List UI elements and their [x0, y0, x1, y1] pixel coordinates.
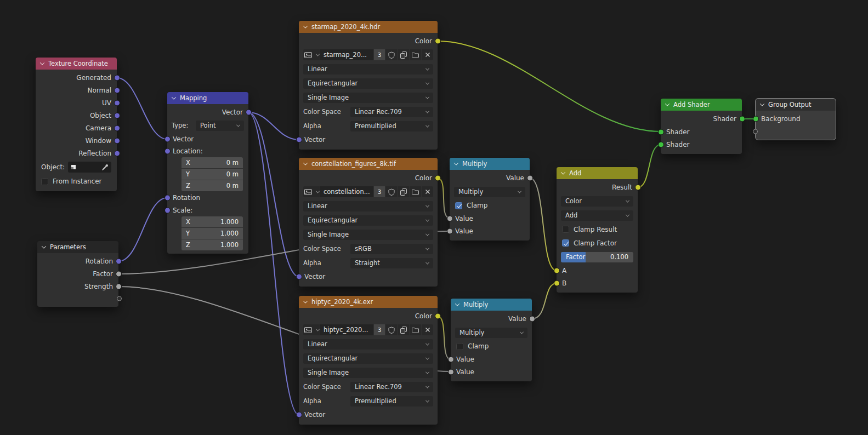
- location-input-socket[interactable]: [164, 148, 171, 154]
- image-browse-button[interactable]: [303, 324, 320, 335]
- mapping-type-dropdown[interactable]: Point: [196, 121, 244, 131]
- interpolation-dropdown[interactable]: Linear: [303, 201, 433, 211]
- node-multiply-math-top[interactable]: Multiply Value Multiply Clamp Value Valu…: [450, 158, 530, 241]
- value-input-socket-2[interactable]: [448, 369, 454, 375]
- vector-input-socket[interactable]: [164, 136, 171, 142]
- source-dropdown[interactable]: Single Image: [303, 368, 433, 378]
- data-type-dropdown[interactable]: Color: [561, 196, 633, 207]
- strength-output-socket[interactable]: [116, 283, 122, 289]
- node-constellation-environment-texture[interactable]: constellation_figures_8k.tif Color const…: [299, 158, 438, 287]
- node-multiply-math-bottom[interactable]: Multiply Value Multiply Clamp Value Valu…: [451, 299, 532, 381]
- hiptyc-header[interactable]: hiptyc_2020_4k.exr: [299, 296, 438, 308]
- value-input-socket-1[interactable]: [448, 356, 454, 362]
- collapse-chevron-icon[interactable]: [303, 161, 308, 165]
- value-input-socket-1[interactable]: [447, 215, 453, 221]
- virtual-output-socket[interactable]: [117, 296, 122, 301]
- starmap-header[interactable]: starmap_2020_4k.hdr: [299, 21, 438, 33]
- multiply-top-header[interactable]: Multiply: [450, 158, 530, 170]
- operation-dropdown[interactable]: Multiply: [454, 187, 525, 197]
- collapse-chevron-icon[interactable]: [303, 24, 308, 28]
- camera-output-socket[interactable]: [114, 125, 120, 131]
- node-starmap-environment-texture[interactable]: starmap_2020_4k.hdr Color starmap_20... …: [299, 21, 438, 150]
- eyedropper-icon[interactable]: [101, 164, 109, 171]
- image-name-field[interactable]: hiptyc_2020...: [320, 324, 373, 335]
- fake-user-shield-button[interactable]: [385, 186, 397, 197]
- image-users-count-button[interactable]: 3: [374, 49, 385, 60]
- collapse-chevron-icon[interactable]: [760, 101, 764, 106]
- unlink-image-button[interactable]: [422, 186, 433, 197]
- constellation-header[interactable]: constellation_figures_8k.tif: [299, 158, 438, 170]
- color-space-dropdown[interactable]: Linear Rec.709: [350, 382, 433, 392]
- multiply-bottom-header[interactable]: Multiply: [451, 299, 532, 311]
- interpolation-dropdown[interactable]: Linear: [303, 339, 433, 350]
- new-image-button[interactable]: [398, 186, 409, 197]
- scale-x-field[interactable]: X1.000: [181, 216, 243, 227]
- image-browse-button[interactable]: [303, 49, 320, 60]
- interpolation-dropdown[interactable]: Linear: [303, 64, 433, 75]
- scale-y-field[interactable]: Y1.000: [181, 228, 243, 239]
- collapse-chevron-icon[interactable]: [454, 161, 458, 165]
- virtual-input-socket[interactable]: [753, 129, 758, 134]
- image-name-field[interactable]: starmap_20...: [320, 49, 373, 60]
- node-mapping[interactable]: Mapping Vector Type: Point Vector Locati…: [167, 92, 248, 254]
- rotation-input-socket[interactable]: [164, 195, 171, 201]
- vector-input-socket[interactable]: [296, 412, 302, 418]
- image-name-field[interactable]: constellation...: [320, 186, 373, 197]
- projection-dropdown[interactable]: Equirectangular: [303, 353, 433, 364]
- parameters-header[interactable]: Parameters: [37, 241, 118, 253]
- vector-output-socket[interactable]: [246, 109, 252, 115]
- add-shader-header[interactable]: Add Shader: [661, 99, 742, 111]
- value-output-socket[interactable]: [529, 316, 535, 322]
- fake-user-shield-button[interactable]: [385, 324, 397, 335]
- new-image-button[interactable]: [398, 49, 409, 60]
- open-image-button[interactable]: [410, 49, 421, 60]
- clamp-factor-checkbox[interactable]: [562, 239, 569, 247]
- alpha-dropdown[interactable]: Straight: [350, 258, 433, 268]
- node-texture-coordinate[interactable]: Texture Coordinate Generated Normal UV O…: [36, 58, 117, 191]
- node-editor-canvas[interactable]: Texture Coordinate Generated Normal UV O…: [0, 0, 868, 435]
- vector-input-socket[interactable]: [296, 137, 302, 143]
- value-output-socket[interactable]: [527, 175, 533, 181]
- from-instancer-checkbox[interactable]: [41, 178, 48, 185]
- alpha-dropdown[interactable]: Premultiplied: [350, 121, 433, 131]
- new-image-button[interactable]: [398, 324, 409, 335]
- collapse-chevron-icon[interactable]: [665, 101, 670, 106]
- alpha-dropdown[interactable]: Premultiplied: [350, 396, 433, 407]
- shader-output-socket[interactable]: [739, 116, 745, 122]
- vector-input-socket[interactable]: [296, 274, 302, 280]
- add-mix-header[interactable]: Add: [557, 167, 638, 179]
- node-parameters-group[interactable]: Parameters Rotation Factor Strength: [37, 241, 118, 307]
- mapping-header[interactable]: Mapping: [167, 92, 248, 104]
- b-input-socket[interactable]: [554, 280, 560, 286]
- collapse-chevron-icon[interactable]: [42, 244, 46, 248]
- shader-input-socket-1[interactable]: [658, 129, 664, 135]
- factor-output-socket[interactable]: [116, 271, 122, 277]
- node-group-output[interactable]: Group Output Background: [756, 99, 836, 140]
- scale-z-field[interactable]: Z1.000: [181, 239, 243, 250]
- rotation-output-socket[interactable]: [116, 258, 122, 264]
- location-z-field[interactable]: Z0 m: [181, 180, 243, 191]
- object-output-socket[interactable]: [114, 112, 120, 118]
- color-space-dropdown[interactable]: sRGB: [350, 244, 433, 254]
- value-input-socket-2[interactable]: [447, 228, 453, 234]
- node-hiptyc-environment-texture[interactable]: hiptyc_2020_4k.exr Color hiptyc_2020... …: [299, 296, 438, 425]
- image-users-count-button[interactable]: 3: [374, 186, 385, 197]
- open-image-button[interactable]: [410, 324, 421, 335]
- a-input-socket[interactable]: [554, 267, 560, 273]
- background-input-socket[interactable]: [753, 116, 759, 122]
- color-output-socket[interactable]: [435, 313, 441, 319]
- image-browse-button[interactable]: [303, 186, 320, 197]
- collapse-chevron-icon[interactable]: [172, 95, 176, 99]
- node-add-shader[interactable]: Add Shader Shader Shader Shader: [661, 99, 742, 154]
- texture-coordinate-header[interactable]: Texture Coordinate: [36, 58, 117, 70]
- location-y-field[interactable]: Y0 m: [181, 169, 243, 180]
- node-add-mix-color[interactable]: Add Result Color Add Clamp Result Clamp …: [557, 167, 638, 293]
- location-x-field[interactable]: X0 m: [181, 157, 243, 168]
- factor-slider[interactable]: Factor 0.100: [561, 252, 633, 262]
- unlink-image-button[interactable]: [422, 49, 433, 60]
- collapse-chevron-icon[interactable]: [40, 60, 44, 65]
- open-image-button[interactable]: [410, 186, 421, 197]
- shader-input-socket-2[interactable]: [658, 141, 664, 147]
- blend-mode-dropdown[interactable]: Add: [561, 210, 633, 221]
- image-users-count-button[interactable]: 3: [374, 324, 385, 335]
